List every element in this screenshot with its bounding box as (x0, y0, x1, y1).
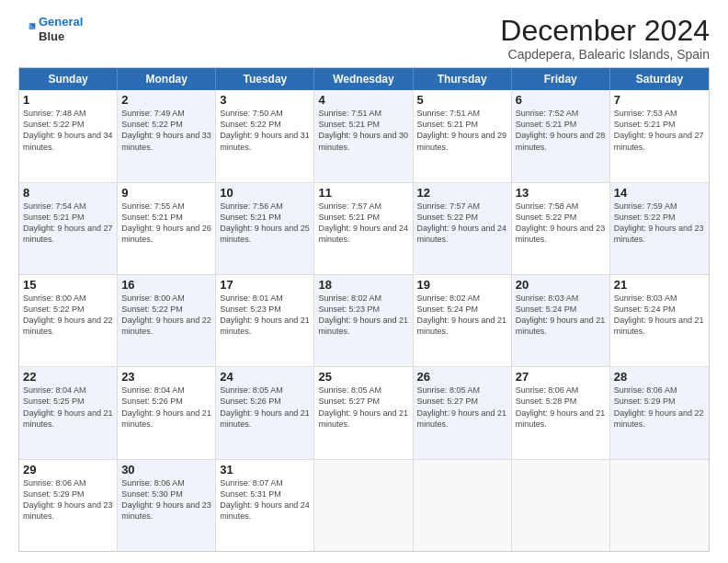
calendar-cell-3-5: 19Sunrise: 8:02 AMSunset: 5:24 PMDayligh… (414, 275, 512, 366)
cell-info: Sunrise: 7:48 AMSunset: 5:22 PMDaylight:… (23, 108, 113, 153)
day-number: 8 (23, 186, 113, 200)
calendar-cell-3-4: 18Sunrise: 8:02 AMSunset: 5:23 PMDayligh… (314, 275, 413, 366)
day-number: 5 (417, 93, 507, 107)
logo-line2: Blue (39, 29, 83, 44)
header-day-saturday: Saturday (610, 68, 709, 90)
day-number: 23 (121, 370, 211, 384)
cell-info: Sunrise: 7:49 AMSunset: 5:22 PMDaylight:… (121, 108, 211, 153)
calendar-week-5: 29Sunrise: 8:06 AMSunset: 5:29 PMDayligh… (19, 460, 709, 551)
day-number: 30 (121, 463, 211, 477)
header-day-tuesday: Tuesday (216, 68, 314, 90)
calendar-cell-2-1: 8Sunrise: 7:54 AMSunset: 5:21 PMDaylight… (19, 183, 118, 274)
cell-info: Sunrise: 8:01 AMSunset: 5:23 PMDaylight:… (220, 293, 310, 338)
day-number: 6 (516, 93, 606, 107)
day-number: 21 (614, 278, 705, 292)
calendar-cell-5-6 (512, 460, 610, 551)
day-number: 22 (23, 370, 113, 384)
day-number: 1 (23, 93, 113, 107)
day-number: 31 (220, 463, 310, 477)
day-number: 12 (417, 186, 507, 200)
calendar-cell-4-2: 23Sunrise: 8:04 AMSunset: 5:26 PMDayligh… (118, 367, 216, 458)
calendar-cell-2-5: 12Sunrise: 7:57 AMSunset: 5:22 PMDayligh… (414, 183, 512, 274)
cell-info: Sunrise: 8:04 AMSunset: 5:25 PMDaylight:… (23, 385, 113, 430)
calendar-week-4: 22Sunrise: 8:04 AMSunset: 5:25 PMDayligh… (19, 367, 709, 459)
calendar-cell-1-3: 3Sunrise: 7:50 AMSunset: 5:22 PMDaylight… (216, 90, 314, 181)
calendar-cell-3-2: 16Sunrise: 8:00 AMSunset: 5:22 PMDayligh… (118, 275, 216, 366)
calendar-week-3: 15Sunrise: 8:00 AMSunset: 5:22 PMDayligh… (19, 275, 709, 367)
cell-info: Sunrise: 8:04 AMSunset: 5:26 PMDaylight:… (121, 385, 211, 430)
day-number: 19 (417, 278, 507, 292)
day-number: 2 (121, 93, 211, 107)
logo-text: General Blue (39, 15, 83, 43)
calendar-cell-1-5: 5Sunrise: 7:51 AMSunset: 5:21 PMDaylight… (414, 90, 512, 181)
cell-info: Sunrise: 7:50 AMSunset: 5:22 PMDaylight:… (220, 108, 310, 153)
cell-info: Sunrise: 7:57 AMSunset: 5:21 PMDaylight:… (318, 201, 408, 246)
calendar-cell-3-3: 17Sunrise: 8:01 AMSunset: 5:23 PMDayligh… (216, 275, 314, 366)
calendar-week-2: 8Sunrise: 7:54 AMSunset: 5:21 PMDaylight… (19, 183, 709, 275)
cell-info: Sunrise: 7:55 AMSunset: 5:21 PMDaylight:… (121, 201, 211, 246)
day-number: 25 (318, 370, 408, 384)
header-day-friday: Friday (512, 68, 610, 90)
calendar-cell-2-2: 9Sunrise: 7:55 AMSunset: 5:21 PMDaylight… (118, 183, 216, 274)
day-number: 17 (220, 278, 310, 292)
calendar-cell-3-7: 21Sunrise: 8:03 AMSunset: 5:24 PMDayligh… (610, 275, 709, 366)
cell-info: Sunrise: 7:51 AMSunset: 5:21 PMDaylight:… (417, 108, 507, 153)
day-number: 3 (220, 93, 310, 107)
header-day-wednesday: Wednesday (314, 68, 413, 90)
cell-info: Sunrise: 7:59 AMSunset: 5:22 PMDaylight:… (614, 201, 705, 246)
cell-info: Sunrise: 8:02 AMSunset: 5:24 PMDaylight:… (417, 293, 507, 338)
calendar-cell-1-6: 6Sunrise: 7:52 AMSunset: 5:21 PMDaylight… (512, 90, 610, 181)
header-day-monday: Monday (118, 68, 216, 90)
header-day-thursday: Thursday (414, 68, 512, 90)
calendar: SundayMondayTuesdayWednesdayThursdayFrid… (18, 67, 710, 552)
cell-info: Sunrise: 8:06 AMSunset: 5:29 PMDaylight:… (614, 385, 705, 430)
calendar-cell-4-7: 28Sunrise: 8:06 AMSunset: 5:29 PMDayligh… (610, 367, 709, 458)
day-number: 4 (318, 93, 408, 107)
calendar-cell-4-3: 24Sunrise: 8:05 AMSunset: 5:26 PMDayligh… (216, 367, 314, 458)
day-number: 11 (318, 186, 408, 200)
cell-info: Sunrise: 8:03 AMSunset: 5:24 PMDaylight:… (614, 293, 705, 338)
calendar-cell-5-1: 29Sunrise: 8:06 AMSunset: 5:29 PMDayligh… (19, 460, 118, 551)
day-number: 20 (516, 278, 606, 292)
calendar-cell-3-6: 20Sunrise: 8:03 AMSunset: 5:24 PMDayligh… (512, 275, 610, 366)
day-number: 26 (417, 370, 507, 384)
calendar-cell-2-3: 10Sunrise: 7:56 AMSunset: 5:21 PMDayligh… (216, 183, 314, 274)
day-number: 13 (516, 186, 606, 200)
cell-info: Sunrise: 8:05 AMSunset: 5:26 PMDaylight:… (220, 385, 310, 430)
main-title: December 2024 (500, 15, 710, 47)
calendar-cell-5-4 (314, 460, 413, 551)
calendar-cell-5-3: 31Sunrise: 8:07 AMSunset: 5:31 PMDayligh… (216, 460, 314, 551)
calendar-cell-2-7: 14Sunrise: 7:59 AMSunset: 5:22 PMDayligh… (610, 183, 709, 274)
logo-line1: General (39, 15, 83, 29)
day-number: 24 (220, 370, 310, 384)
cell-info: Sunrise: 7:56 AMSunset: 5:21 PMDaylight:… (220, 201, 310, 246)
cell-info: Sunrise: 8:06 AMSunset: 5:29 PMDaylight:… (23, 477, 113, 523)
page-header: General Blue December 2024 Capdepera, Ba… (18, 15, 710, 62)
cell-info: Sunrise: 7:57 AMSunset: 5:22 PMDaylight:… (417, 201, 507, 246)
cell-info: Sunrise: 8:06 AMSunset: 5:28 PMDaylight:… (516, 385, 606, 430)
calendar-cell-5-5 (414, 460, 512, 551)
cell-info: Sunrise: 8:02 AMSunset: 5:23 PMDaylight:… (318, 293, 408, 338)
calendar-cell-2-6: 13Sunrise: 7:58 AMSunset: 5:22 PMDayligh… (512, 183, 610, 274)
calendar-body: 1Sunrise: 7:48 AMSunset: 5:22 PMDaylight… (19, 90, 709, 551)
logo-icon (18, 20, 37, 39)
calendar-cell-4-6: 27Sunrise: 8:06 AMSunset: 5:28 PMDayligh… (512, 367, 610, 458)
day-number: 15 (23, 278, 113, 292)
calendar-cell-3-1: 15Sunrise: 8:00 AMSunset: 5:22 PMDayligh… (19, 275, 118, 366)
day-number: 14 (614, 186, 705, 200)
calendar-cell-4-1: 22Sunrise: 8:04 AMSunset: 5:25 PMDayligh… (19, 367, 118, 458)
cell-info: Sunrise: 8:00 AMSunset: 5:22 PMDaylight:… (121, 293, 211, 338)
day-number: 7 (614, 93, 705, 107)
day-number: 18 (318, 278, 408, 292)
calendar-cell-5-7 (610, 460, 709, 551)
title-area: December 2024 Capdepera, Balearic Island… (500, 15, 710, 62)
day-number: 29 (23, 463, 113, 477)
cell-info: Sunrise: 7:58 AMSunset: 5:22 PMDaylight:… (516, 201, 606, 246)
calendar-page: General Blue December 2024 Capdepera, Ba… (0, 0, 728, 563)
calendar-cell-1-4: 4Sunrise: 7:51 AMSunset: 5:21 PMDaylight… (314, 90, 413, 181)
cell-info: Sunrise: 8:05 AMSunset: 5:27 PMDaylight:… (318, 385, 408, 430)
calendar-cell-1-1: 1Sunrise: 7:48 AMSunset: 5:22 PMDaylight… (19, 90, 118, 181)
calendar-header: SundayMondayTuesdayWednesdayThursdayFrid… (19, 68, 709, 90)
cell-info: Sunrise: 8:05 AMSunset: 5:27 PMDaylight:… (417, 385, 507, 430)
cell-info: Sunrise: 8:03 AMSunset: 5:24 PMDaylight:… (516, 293, 606, 338)
